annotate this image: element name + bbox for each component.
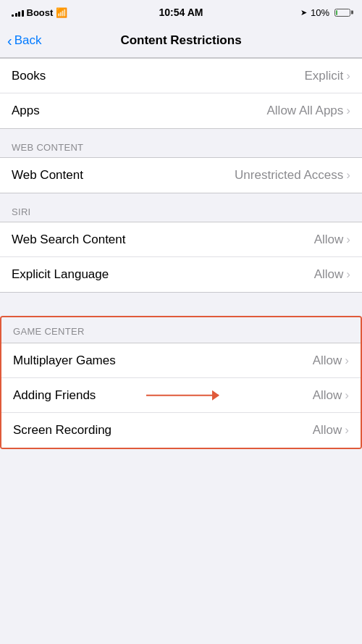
game-center-table-group: Multiplayer Games Allow › Adding Friends…: [1, 343, 361, 448]
web-content-value-container: Unrestricted Access ›: [235, 168, 350, 183]
web-search-content-value: Allow: [314, 233, 344, 247]
carrier-label: Boost: [27, 7, 54, 18]
adding-friends-chevron-icon: ›: [345, 388, 349, 403]
arrow-line: [146, 394, 219, 396]
screen-recording-value-container: Allow ›: [313, 423, 349, 438]
siri-section-header: SIRI: [0, 193, 362, 222]
screen-recording-value: Allow: [313, 423, 342, 438]
back-label: Back: [14, 33, 42, 48]
spacer-before-game-center: [0, 293, 362, 316]
siri-table-group: Web Search Content Allow › Explicit Lang…: [0, 222, 362, 293]
adding-friends-value-container: Allow ›: [313, 388, 349, 403]
web-search-content-row[interactable]: Web Search Content Allow ›: [0, 222, 362, 257]
location-icon: ➤: [300, 8, 307, 17]
web-content-label: Web Content: [12, 168, 83, 183]
books-chevron-icon: ›: [346, 69, 350, 83]
game-center-section-header: GAME CENTER: [1, 317, 361, 343]
apps-chevron-icon: ›: [346, 104, 350, 118]
explicit-language-row[interactable]: Explicit Language Allow ›: [0, 257, 362, 292]
web-content-table-group: Web Content Unrestricted Access ›: [0, 157, 362, 193]
game-center-section: GAME CENTER Multiplayer Games Allow › Ad…: [0, 316, 362, 449]
multiplayer-games-chevron-icon: ›: [345, 354, 349, 368]
screen-recording-row[interactable]: Screen Recording Allow ›: [1, 413, 361, 448]
explicit-language-value: Allow: [314, 267, 344, 282]
battery-icon: [334, 9, 350, 17]
multiplayer-games-row[interactable]: Multiplayer Games Allow ›: [1, 343, 361, 378]
screen-recording-chevron-icon: ›: [345, 423, 349, 438]
signal-bars-icon: [12, 8, 24, 17]
status-right: ➤ 10%: [300, 7, 350, 18]
apps-value-container: Allow All Apps ›: [266, 104, 350, 118]
status-time: 10:54 AM: [159, 7, 203, 18]
explicit-language-chevron-icon: ›: [346, 267, 350, 282]
web-content-section-header: WEB CONTENT: [0, 129, 362, 157]
status-left: Boost 📶: [12, 7, 67, 18]
adding-friends-row[interactable]: Adding Friends Allow ›: [1, 378, 361, 413]
web-content-chevron-icon: ›: [346, 168, 350, 183]
apps-value: Allow All Apps: [266, 104, 343, 118]
web-search-content-value-container: Allow ›: [314, 233, 350, 247]
adding-friends-label: Adding Friends: [13, 388, 96, 403]
siri-section: SIRI Web Search Content Allow › Explicit…: [0, 193, 362, 293]
web-search-content-label: Web Search Content: [12, 233, 126, 247]
apps-label: Apps: [12, 104, 40, 118]
books-row[interactable]: Books Explicit ›: [0, 59, 362, 93]
explicit-language-value-container: Allow ›: [314, 267, 350, 282]
web-search-chevron-icon: ›: [346, 233, 350, 247]
top-table-group: Books Explicit › Apps Allow All Apps ›: [0, 58, 362, 129]
top-section: Books Explicit › Apps Allow All Apps ›: [0, 58, 362, 129]
multiplayer-games-value: Allow: [313, 354, 342, 368]
back-button[interactable]: ‹ Back: [7, 33, 41, 48]
books-label: Books: [12, 69, 46, 83]
books-value-container: Explicit ›: [304, 69, 350, 83]
web-content-row[interactable]: Web Content Unrestricted Access ›: [0, 158, 362, 193]
explicit-language-label: Explicit Language: [12, 267, 109, 282]
web-content-value: Unrestricted Access: [235, 168, 343, 183]
apps-row[interactable]: Apps Allow All Apps ›: [0, 93, 362, 128]
wifi-icon: 📶: [56, 7, 67, 18]
multiplayer-games-label: Multiplayer Games: [13, 354, 116, 368]
status-bar: Boost 📶 10:54 AM ➤ 10%: [0, 0, 362, 23]
adding-friends-value: Allow: [313, 388, 342, 403]
multiplayer-games-value-container: Allow ›: [313, 354, 349, 368]
books-value: Explicit: [304, 69, 343, 83]
nav-bar: ‹ Back Content Restrictions: [0, 23, 362, 58]
arrow-annotation: [146, 394, 219, 396]
web-content-section: WEB CONTENT Web Content Unrestricted Acc…: [0, 129, 362, 193]
battery-fill: [336, 10, 337, 15]
back-chevron-icon: ‹: [7, 33, 12, 48]
screen-recording-label: Screen Recording: [13, 423, 111, 438]
page-title: Content Restrictions: [120, 33, 241, 48]
battery-percent: 10%: [311, 7, 329, 18]
